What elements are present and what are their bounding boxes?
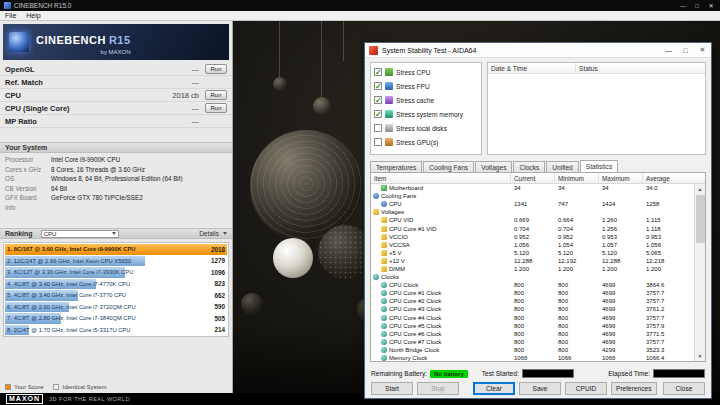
benchmark-row: OpenGL --- Run xyxy=(0,63,232,76)
aida64-titlebar[interactable]: System Stability Test - AIDA64 — □ ✕ xyxy=(365,43,711,58)
ranking-row[interactable]: 6. 4C/8T @ 2.60 GHz, Intel Core i7-3720Q… xyxy=(5,302,227,313)
scrollbar[interactable]: ▲ ▼ xyxy=(694,184,705,361)
stats-current: 800 xyxy=(511,315,555,321)
benchmark-label: OpenGL xyxy=(5,65,35,74)
scroll-down-icon[interactable]: ▼ xyxy=(695,351,705,361)
stats-maximum: 34 xyxy=(599,185,643,191)
ranking-row[interactable]: 1. 8C/16T @ 3.60 GHz, Intel Core i9-9900… xyxy=(5,244,227,255)
stats-column-header[interactable]: Current xyxy=(511,173,555,183)
tab[interactable]: Voltages xyxy=(475,161,512,172)
stats-current: 12.288 xyxy=(511,258,555,264)
stress-checkbox[interactable] xyxy=(374,68,382,76)
ranking-row[interactable]: 5. 4C/8T @ 3.40 GHz, Intel Core i7-3770 … xyxy=(5,290,227,301)
thread-line xyxy=(343,21,344,61)
minimize-button[interactable]: — xyxy=(676,0,690,11)
dialog-button[interactable]: Close xyxy=(663,382,705,395)
dialog-button[interactable]: Save xyxy=(519,382,561,395)
ranking-row[interactable]: 3. 6C/12T @ 3.30 GHz, Intel Core i7-3930… xyxy=(5,267,227,278)
status-bar: Remaining Battery: No battery Test Start… xyxy=(371,368,705,379)
stats-row[interactable]: CPU Core #7 Clock 800 800 4699 3757.7 xyxy=(371,338,694,346)
stats-row[interactable]: CPU Core #4 Clock 800 800 4699 3757.7 xyxy=(371,314,694,322)
run-button[interactable]: Run xyxy=(205,103,227,113)
menu-item[interactable]: File xyxy=(0,12,21,19)
stress-option-label: Stress local disks xyxy=(396,125,447,132)
stats-row[interactable]: CPU Core #2 Clock 800 800 4699 3757.7 xyxy=(371,297,694,305)
stats-item-label: CPU Core #4 Clock xyxy=(389,315,441,321)
statistics-table: Item Current Minimum Maximum Average xyxy=(370,172,706,362)
stats-row[interactable]: CPU Core #6 Clock 800 800 4699 3771.5 xyxy=(371,330,694,338)
aida64-app-icon xyxy=(369,46,378,55)
run-button[interactable]: Run xyxy=(205,64,227,74)
details-button[interactable]: Details xyxy=(199,230,227,237)
scrollbar-thumb[interactable] xyxy=(696,195,705,243)
benchmark-value: --- xyxy=(192,117,200,126)
stats-maximum: 4699 xyxy=(599,306,643,312)
stats-column-header[interactable]: Item xyxy=(371,173,511,183)
stats-minimum: 1066 xyxy=(555,355,599,361)
stats-row[interactable]: CPU VID 0.669 0.664 1.260 1.115 xyxy=(371,216,694,224)
stats-average: 1.118 xyxy=(643,226,687,232)
stress-option-row: Stress CPU xyxy=(374,65,478,79)
tab[interactable]: Cooling Fans xyxy=(423,161,474,172)
stats-row[interactable]: VCCIO 0.952 0.952 0.953 0.953 xyxy=(371,233,694,241)
dialog-button[interactable]: Stop xyxy=(417,382,459,395)
stats-column-header[interactable]: Average xyxy=(643,173,705,183)
stats-current: 800 xyxy=(511,331,555,337)
ranking-row[interactable]: 4. 4C/8T @ 3.40 GHz, Intel Core i7-4770K… xyxy=(5,279,227,290)
stats-row[interactable]: Voltages xyxy=(371,208,694,216)
stats-row[interactable]: Motherboard 34 34 34 34.0 xyxy=(371,184,694,192)
stats-average: 1.200 xyxy=(643,266,687,272)
stress-checkbox[interactable] xyxy=(374,124,382,132)
dialog-button[interactable]: Clear xyxy=(473,382,515,395)
stress-checkbox[interactable] xyxy=(374,96,382,104)
log-column-date-time[interactable]: Date & Time xyxy=(488,63,576,73)
maximize-button[interactable]: □ xyxy=(690,0,704,11)
stats-column-header[interactable]: Maximum xyxy=(599,173,643,183)
dialog-button[interactable]: CPUID xyxy=(565,382,607,395)
log-column-status[interactable]: Status xyxy=(576,63,705,73)
stats-row[interactable]: North Bridge Clock 800 800 4299 3523.3 xyxy=(371,346,694,354)
minimize-button[interactable]: — xyxy=(660,43,677,57)
ranking-row[interactable]: 8. 2C/4T @ 1.70 GHz, Intel Core i5-3317U… xyxy=(5,325,227,336)
stats-row[interactable]: VCCSA 1.056 1.054 1.057 1.056 xyxy=(371,241,694,249)
window-controls: — □ ✕ xyxy=(676,0,718,11)
ranking-row[interactable]: 7. 4C/8T @ 2.80 GHz, Intel Core i7-3840Q… xyxy=(5,313,227,324)
ranking-filter-dropdown[interactable]: CPU xyxy=(41,230,119,238)
close-button[interactable]: ✕ xyxy=(694,43,711,57)
tab[interactable]: Unified xyxy=(546,161,579,172)
stats-column-header[interactable]: Minimum xyxy=(555,173,599,183)
stats-row[interactable]: Clocks xyxy=(371,273,694,281)
stats-maximum: 1424 xyxy=(599,201,643,207)
dialog-button[interactable]: Preferences xyxy=(611,382,657,395)
stats-row[interactable]: CPU Core #1 Clock 800 800 4699 3757.7 xyxy=(371,289,694,297)
stats-row[interactable]: Memory Clock 1066 1066 1066 1066.4 xyxy=(371,354,694,361)
tab[interactable]: Temperatures xyxy=(370,161,422,172)
tab[interactable]: Clocks xyxy=(513,161,545,172)
close-button[interactable]: ✕ xyxy=(704,0,718,11)
stats-row[interactable]: CPU 1341 747 1424 1258 xyxy=(371,200,694,208)
ranking-row[interactable]: 2. 12C/24T @ 2.66 GHz, Intel Xeon CPU X5… xyxy=(5,256,227,267)
dialog-button[interactable]: Start xyxy=(371,382,413,395)
stats-maximum: 4699 xyxy=(599,290,643,296)
clock-icon xyxy=(381,347,387,353)
stress-checkbox[interactable] xyxy=(374,138,382,146)
scroll-up-icon[interactable]: ▲ xyxy=(695,184,705,194)
stats-row[interactable]: +12 V 12.288 12.192 12.288 12.218 xyxy=(371,257,694,265)
stress-checkbox[interactable] xyxy=(374,82,382,90)
maximize-button[interactable]: □ xyxy=(677,43,694,57)
stats-row[interactable]: CPU Core #1 VID 0.704 0.704 1.256 1.118 xyxy=(371,224,694,232)
stats-row[interactable]: +5 V 5.120 5.120 5.120 5.065 xyxy=(371,249,694,257)
run-button[interactable]: Run xyxy=(205,90,227,100)
stats-row[interactable]: CPU Clock 800 800 4699 3864.6 xyxy=(371,281,694,289)
stats-average: 3523.3 xyxy=(643,347,687,353)
stats-row[interactable]: CPU Core #3 Clock 800 800 4699 3761.2 xyxy=(371,305,694,313)
system-info-label: Cores x GHz xyxy=(5,166,51,173)
stats-maximum: 1.057 xyxy=(599,242,643,248)
stats-maximum: 1.260 xyxy=(599,217,643,223)
stress-checkbox[interactable] xyxy=(374,110,382,118)
stats-row[interactable]: DIMM 1.200 1.200 1.200 1.200 xyxy=(371,265,694,273)
menu-item[interactable]: Help xyxy=(21,12,45,19)
stats-row[interactable]: CPU Core #5 Clock 800 800 4699 3757.9 xyxy=(371,322,694,330)
stats-row[interactable]: Cooling Fans xyxy=(371,192,694,200)
tab[interactable]: Statistics xyxy=(580,160,618,172)
